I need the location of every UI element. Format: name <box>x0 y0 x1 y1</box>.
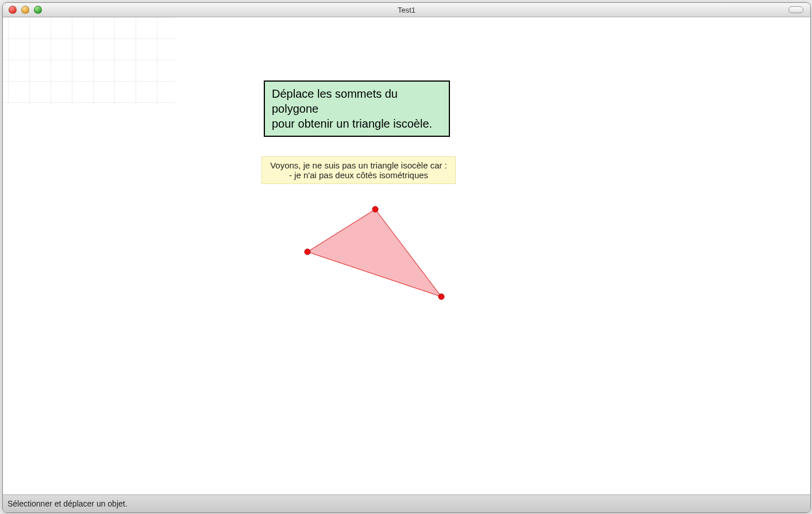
title-bar[interactable]: Test1 <box>3 3 810 17</box>
minimize-icon[interactable] <box>21 6 29 14</box>
zoom-icon[interactable] <box>34 6 42 14</box>
vertex-a[interactable] <box>305 249 310 255</box>
status-text: Sélectionner et déplacer un objet. <box>7 499 128 508</box>
window-controls <box>9 6 42 14</box>
geometry-canvas[interactable]: Déplace les sommets du polygone pour obt… <box>3 17 810 494</box>
instruction-box: Déplace les sommets du polygone pour obt… <box>264 80 450 137</box>
window-title: Test1 <box>3 6 810 14</box>
close-icon[interactable] <box>9 6 17 14</box>
vertex-c[interactable] <box>438 294 444 300</box>
vertex-b[interactable] <box>372 206 378 212</box>
triangle-polygon[interactable] <box>307 209 441 297</box>
feedback-box: Voyons, je ne suis pas un triangle isocè… <box>261 156 456 184</box>
toolbar-toggle-icon[interactable] <box>788 6 803 13</box>
app-window: Test1 Déplace les sommets du polygone po… <box>2 2 811 513</box>
status-bar: Sélectionner et déplacer un objet. <box>3 494 810 512</box>
